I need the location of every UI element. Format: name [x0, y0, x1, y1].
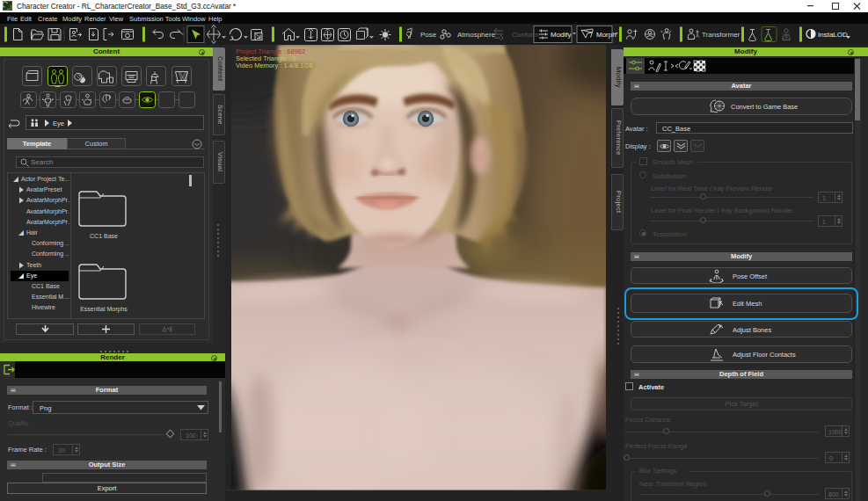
svg-text:Video Memory : 1.4/8.1GB: Video Memory : 1.4/8.1GB — [236, 62, 313, 69]
